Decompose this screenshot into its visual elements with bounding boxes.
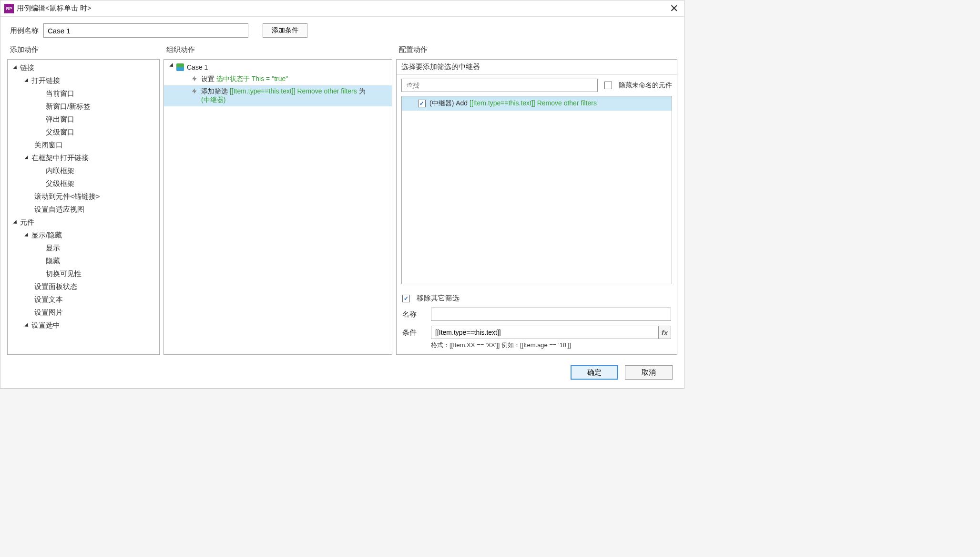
action-row-1[interactable]: 设置 选中状态于 This = "true" (164, 73, 392, 85)
tree-label: 打开链接 (31, 76, 60, 85)
bolt-icon (191, 87, 198, 95)
columns: 添加动作 链接 打开链接 当前窗口 新窗口/新标签 弹出窗口 父级窗口 关闭窗口… (0, 42, 684, 361)
configure-title: 选择要添加筛选的中继器 (397, 60, 677, 75)
tree-close-window[interactable]: 关闭窗口 (8, 139, 159, 152)
remove-other-checkbox[interactable] (402, 295, 410, 302)
tree-parent-frame[interactable]: 父级框架 (8, 177, 159, 190)
tree-label: 切换可见性 (46, 269, 82, 278)
remove-other-label: 移除其它筛选 (417, 294, 459, 303)
organize-tree: Case 1 设置 选中状态于 This = "true" 添加筛选 [[Ite… (164, 60, 392, 108)
name-input[interactable] (431, 308, 671, 321)
bolt-icon (191, 75, 198, 83)
tree-label: 设置选中 (31, 321, 60, 330)
tree-iframe[interactable]: 内联框架 (8, 165, 159, 177)
tree-label: 显示/隐藏 (31, 231, 62, 240)
chevron-down-icon (13, 220, 18, 225)
tree-label: 父级窗口 (46, 128, 74, 137)
tree-open-link[interactable]: 打开链接 (8, 74, 159, 87)
tree-label: 链接 (20, 63, 34, 72)
tree-label: 滚动到元件<锚链接> (34, 192, 100, 201)
add-action-column: 添加动作 链接 打开链接 当前窗口 新窗口/新标签 弹出窗口 父级窗口 关闭窗口… (7, 42, 160, 355)
name-label: 名称 (402, 310, 424, 319)
target-row[interactable]: (中继器) Add [[Item.type==this.text]] Remov… (402, 96, 672, 111)
top-row: 用例名称 添加条件 (0, 17, 684, 42)
window-title: 用例编辑<鼠标单击 时> (17, 4, 92, 13)
condition-label: 条件 (402, 328, 424, 337)
tree-open-in-frame[interactable]: 在框架中打开链接 (8, 152, 159, 165)
tree-new-window[interactable]: 新窗口/新标签 (8, 100, 159, 113)
name-field: 名称 (402, 308, 671, 321)
fx-button[interactable]: fx (659, 326, 671, 339)
tree-label: 关闭窗口 (34, 141, 63, 150)
app-icon: RP (4, 4, 14, 13)
tree-label: 新窗口/新标签 (46, 102, 91, 111)
chevron-down-icon (24, 78, 30, 83)
configure-bottom: 移除其它筛选 名称 条件 fx 格式：[[Item.XX == 'XX']] 例… (397, 284, 677, 354)
tree-toggle-vis[interactable]: 切换可见性 (8, 268, 159, 280)
configure-toolbar: 隐藏未命名的元件 (397, 75, 677, 96)
tree-popup[interactable]: 弹出窗口 (8, 113, 159, 126)
search-input[interactable] (401, 79, 598, 92)
titlebar-left: RP 用例编辑<鼠标单击 时> (4, 4, 92, 13)
remove-other-field: 移除其它筛选 (402, 294, 671, 303)
tree-set-text[interactable]: 设置文本 (8, 293, 159, 306)
case-row[interactable]: Case 1 (164, 62, 392, 73)
target-checkbox[interactable] (418, 100, 426, 107)
target-list[interactable]: (中继器) Add [[Item.type==this.text]] Remov… (401, 96, 672, 284)
tree-show-hide[interactable]: 显示/隐藏 (8, 229, 159, 242)
chevron-down-icon (24, 155, 30, 161)
add-condition-button[interactable]: 添加条件 (263, 23, 307, 38)
chevron-down-icon (13, 65, 18, 71)
case-label: Case 1 (187, 63, 208, 71)
tree-label: 隐藏 (46, 257, 60, 266)
hide-unnamed-checkbox[interactable] (604, 82, 612, 89)
footer: 确定 取消 (0, 361, 684, 380)
tree-adaptive-view[interactable]: 设置自适应视图 (8, 203, 159, 216)
cancel-button[interactable]: 取消 (625, 365, 673, 380)
add-action-header: 添加动作 (7, 42, 160, 59)
case-name-input[interactable] (43, 23, 248, 38)
tree-hide[interactable]: 隐藏 (8, 255, 159, 268)
case-name-label: 用例名称 (10, 26, 39, 35)
tree-current-window[interactable]: 当前窗口 (8, 87, 159, 100)
tree-label: 父级框架 (46, 179, 74, 188)
tree-label: 当前窗口 (46, 89, 74, 98)
organize-header: 组织动作 (163, 42, 392, 59)
tree-parent-window[interactable]: 父级窗口 (8, 126, 159, 139)
action-text: 设置 选中状态于 This = "true" (201, 75, 288, 83)
configure-column: 配置动作 选择要添加筛选的中继器 隐藏未命名的元件 (中继器) Add [[It… (396, 42, 677, 355)
configure-panel: 选择要添加筛选的中继器 隐藏未命名的元件 (中继器) Add [[Item.ty… (396, 59, 677, 355)
tree-links[interactable]: 链接 (8, 62, 159, 74)
condition-input[interactable] (431, 326, 659, 339)
tree-label: 设置图片 (34, 308, 63, 317)
tree-scroll-anchor[interactable]: 滚动到元件<锚链接> (8, 190, 159, 203)
condition-field: 条件 fx (402, 326, 671, 339)
tree-label: 显示 (46, 244, 60, 253)
tree-panel-state[interactable]: 设置面板状态 (8, 280, 159, 293)
case-icon (176, 63, 184, 71)
action-tree: 链接 打开链接 当前窗口 新窗口/新标签 弹出窗口 父级窗口 关闭窗口 在框架中… (8, 60, 159, 354)
tree-set-image[interactable]: 设置图片 (8, 306, 159, 319)
condition-hint: 格式：[[Item.XX == 'XX']] 例如：[[Item.age == … (431, 341, 671, 350)
tree-show[interactable]: 显示 (8, 242, 159, 255)
target-label: (中继器) Add [[Item.type==this.text]] Remov… (429, 99, 597, 108)
tree-widgets[interactable]: 元件 (8, 216, 159, 229)
action-tree-panel: 链接 打开链接 当前窗口 新窗口/新标签 弹出窗口 父级窗口 关闭窗口 在框架中… (7, 59, 160, 355)
chevron-down-icon (24, 233, 30, 238)
tree-set-selected[interactable]: 设置选中 (8, 319, 159, 332)
tree-label: 设置自适应视图 (34, 205, 84, 214)
close-icon[interactable]: ✕ (668, 2, 680, 15)
action-text: 添加筛选 [[Item.type==this.text]] Remove oth… (201, 87, 366, 104)
chevron-down-icon (24, 323, 30, 328)
tree-label: 元件 (20, 218, 34, 227)
tree-label: 设置面板状态 (34, 282, 77, 291)
titlebar: RP 用例编辑<鼠标单击 时> ✕ (0, 0, 684, 17)
case-editor-dialog: RP 用例编辑<鼠标单击 时> ✕ 用例名称 添加条件 添加动作 链接 打开链接… (0, 0, 684, 389)
action-tree-scroll[interactable]: 链接 打开链接 当前窗口 新窗口/新标签 弹出窗口 父级窗口 关闭窗口 在框架中… (8, 60, 159, 354)
tree-label: 在框架中打开链接 (31, 154, 89, 163)
ok-button[interactable]: 确定 (571, 365, 618, 380)
action-row-2[interactable]: 添加筛选 [[Item.type==this.text]] Remove oth… (164, 85, 392, 106)
tree-label: 设置文本 (34, 295, 63, 304)
organize-panel: Case 1 设置 选中状态于 This = "true" 添加筛选 [[Ite… (163, 59, 392, 355)
tree-label: 弹出窗口 (46, 115, 74, 124)
